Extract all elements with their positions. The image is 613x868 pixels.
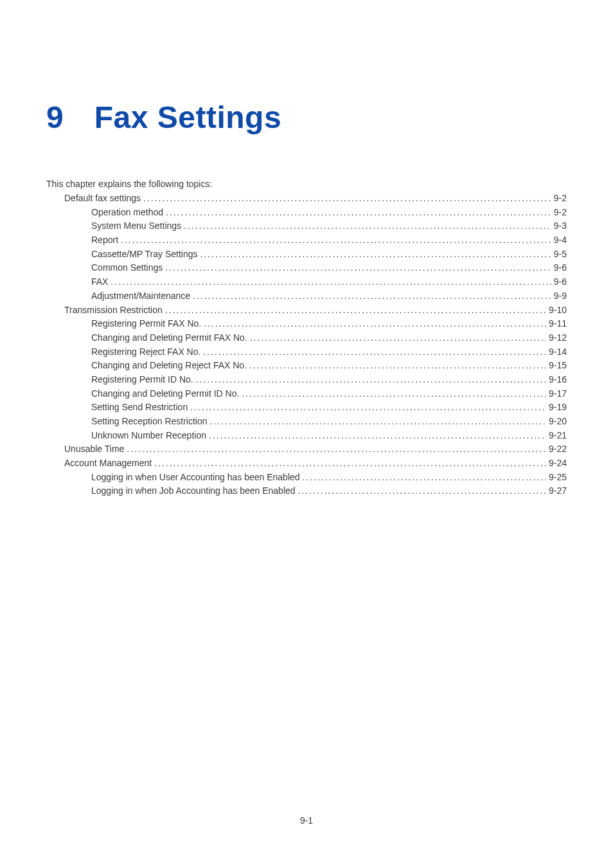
toc-dot-leader: ........................................… (165, 303, 546, 318)
toc-entry-page: 9-25 (546, 471, 567, 485)
toc-entry-label: Transmission Restriction (64, 303, 165, 318)
toc-entry-page: 9-24 (546, 457, 567, 471)
toc-entry[interactable]: Changing and Deleting Permit ID No......… (46, 387, 567, 401)
toc-dot-leader: ........................................… (165, 261, 551, 275)
toc-entry-page: 9-19 (546, 401, 567, 415)
toc-entry-label: FAX (91, 275, 111, 289)
toc-dot-leader: ........................................… (203, 345, 546, 359)
toc-entry-page: 9-3 (551, 219, 567, 233)
toc-dot-leader: ........................................… (166, 206, 551, 220)
toc-entry-label: Common Settings (91, 261, 165, 275)
toc-dot-leader: ........................................… (127, 442, 546, 457)
toc-entry-page: 9-9 (551, 289, 567, 303)
toc-entry-label: Changing and Deleting Permit FAX No. (91, 331, 250, 345)
toc-entry[interactable]: Report..................................… (46, 233, 567, 248)
toc-dot-leader: ........................................… (204, 317, 546, 331)
toc-dot-leader: ........................................… (193, 289, 551, 303)
toc-entry[interactable]: Transmission Restriction................… (46, 303, 567, 318)
toc-entry-page: 9-4 (551, 233, 567, 248)
toc-entry[interactable]: Logging in when User Accounting has been… (46, 471, 567, 485)
toc-entry-label: Logging in when User Accounting has been… (91, 471, 302, 485)
chapter-heading: 9 Fax Settings (46, 100, 567, 135)
toc-dot-leader: ........................................… (190, 401, 546, 415)
toc-entry-label: Adjustment/Maintenance (91, 289, 193, 303)
toc-entry-page: 9-2 (551, 192, 567, 206)
toc-entry-page: 9-14 (546, 345, 567, 359)
toc-entry[interactable]: Registering Permit FAX No...............… (46, 317, 567, 331)
toc-entry-page: 9-6 (551, 261, 567, 275)
toc-entry-page: 9-21 (546, 429, 567, 443)
toc-entry-label: System Menu Settings (91, 219, 184, 233)
toc-entry-page: 9-17 (546, 387, 567, 401)
toc-entry-label: Changing and Deleting Reject FAX No. (91, 359, 249, 373)
toc-entry[interactable]: Cassette/MP Tray Settings...............… (46, 248, 567, 262)
toc-entry-label: Changing and Deleting Permit ID No. (91, 387, 242, 401)
toc-entry[interactable]: Setting Reception Restriction...........… (46, 415, 567, 429)
toc-entry[interactable]: Default fax settings....................… (46, 192, 567, 206)
toc-entry-label: Unusable Time (64, 442, 127, 457)
toc-dot-leader: ........................................… (298, 484, 546, 498)
toc-dot-leader: ........................................… (209, 415, 546, 429)
toc-entry-page: 9-2 (551, 206, 567, 220)
toc-entry[interactable]: Adjustment/Maintenance..................… (46, 289, 567, 303)
toc-entry-page: 9-10 (546, 303, 567, 318)
toc-entry[interactable]: Common Settings.........................… (46, 261, 567, 275)
toc-dot-leader: ........................................… (249, 359, 546, 373)
toc-entry-label: Report (91, 233, 121, 248)
toc-entry[interactable]: Setting Send Restriction................… (46, 401, 567, 415)
toc-entry[interactable]: Unusable Time...........................… (46, 442, 567, 457)
toc-dot-leader: ........................................… (200, 248, 551, 262)
page-number: 9-1 (0, 815, 613, 826)
toc-entry-label: Unknown Number Reception (91, 429, 209, 443)
toc-dot-leader: ........................................… (143, 192, 551, 206)
toc-entry[interactable]: Unknown Number Reception................… (46, 429, 567, 443)
toc-entry-page: 9-12 (546, 331, 567, 345)
toc-entry-label: Registering Permit ID No. (91, 373, 196, 387)
toc-entry-label: Operation method (91, 206, 166, 220)
toc-entry-label: Registering Permit FAX No. (91, 317, 204, 331)
toc-entry-label: Setting Reception Restriction (91, 415, 209, 429)
toc-dot-leader: ........................................… (184, 219, 551, 233)
toc-entry[interactable]: Changing and Deleting Reject FAX No.....… (46, 359, 567, 373)
toc-entry-label: Account Management (64, 457, 154, 471)
toc-entry-page: 9-27 (546, 484, 567, 498)
toc-entry[interactable]: Registering Permit ID No................… (46, 373, 567, 387)
toc-dot-leader: ........................................… (154, 457, 546, 471)
toc-dot-leader: ........................................… (242, 387, 546, 401)
toc-dot-leader: ........................................… (111, 275, 551, 289)
toc-entry[interactable]: Registering Reject FAX No...............… (46, 345, 567, 359)
chapter-intro: This chapter explains the following topi… (46, 179, 567, 189)
toc-entry-page: 9-11 (546, 317, 567, 331)
toc-entry[interactable]: Logging in when Job Accounting has been … (46, 484, 567, 498)
toc-entry-label: Registering Reject FAX No. (91, 345, 203, 359)
toc-entry-page: 9-6 (551, 275, 567, 289)
toc-dot-leader: ........................................… (196, 373, 546, 387)
chapter-title: Fax Settings (94, 100, 281, 135)
toc-entry-label: Setting Send Restriction (91, 401, 190, 415)
toc-entry[interactable]: Account Management......................… (46, 457, 567, 471)
toc-entry-page: 9-20 (546, 415, 567, 429)
table-of-contents: Default fax settings....................… (46, 192, 567, 498)
chapter-number: 9 (46, 100, 64, 135)
toc-entry-label: Default fax settings (64, 192, 143, 206)
toc-entry[interactable]: FAX.....................................… (46, 275, 567, 289)
toc-entry-page: 9-16 (546, 373, 567, 387)
toc-dot-leader: ........................................… (250, 331, 546, 345)
toc-dot-leader: ........................................… (209, 429, 546, 443)
toc-entry-label: Logging in when Job Accounting has been … (91, 484, 298, 498)
toc-dot-leader: ........................................… (121, 233, 551, 248)
toc-dot-leader: ........................................… (302, 471, 546, 485)
document-page: 9 Fax Settings This chapter explains the… (0, 0, 613, 498)
toc-entry-page: 9-5 (551, 248, 567, 262)
toc-entry[interactable]: System Menu Settings....................… (46, 219, 567, 233)
toc-entry-page: 9-22 (546, 442, 567, 457)
toc-entry[interactable]: Changing and Deleting Permit FAX No.....… (46, 331, 567, 345)
toc-entry[interactable]: Operation method........................… (46, 206, 567, 220)
toc-entry-label: Cassette/MP Tray Settings (91, 248, 200, 262)
toc-entry-page: 9-15 (546, 359, 567, 373)
